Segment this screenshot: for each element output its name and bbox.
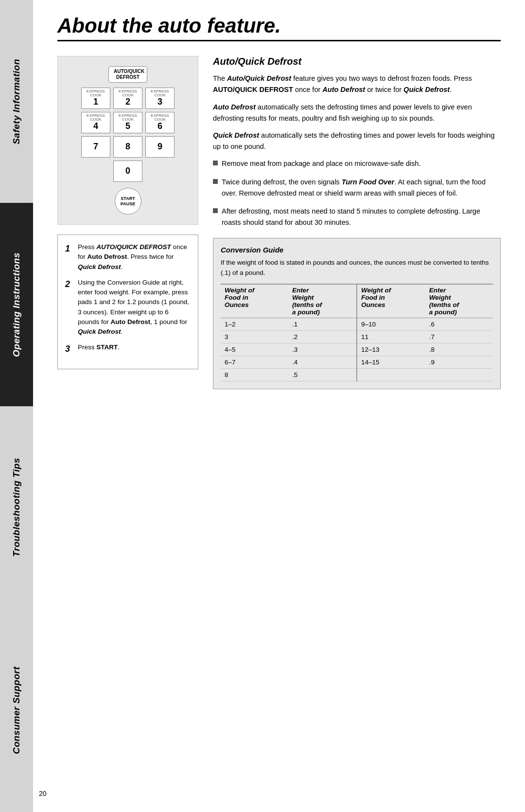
key-3: EXPRESS COOK 3 xyxy=(145,88,175,109)
conversion-guide: Conversion Guide If the weight of food i… xyxy=(213,238,501,389)
val1-row3: .3 xyxy=(288,343,357,356)
conversion-table: Weight ofFood inOunces EnterWeight(tenth… xyxy=(221,284,493,381)
bullet-1-text: Remove meat from package and place on mi… xyxy=(222,158,420,169)
col-header-enter1: EnterWeight(tenths ofa pound) xyxy=(288,284,357,318)
sidebar-consumer: Consumer Support xyxy=(0,609,33,812)
section-title: Auto/Quick Defrost xyxy=(213,56,501,67)
step-3-content: Press START. xyxy=(78,343,191,356)
oz2-row4: 14–15 xyxy=(357,356,425,368)
conversion-guide-intro: If the weight of food is stated in pound… xyxy=(221,258,493,278)
key-8: 8 xyxy=(113,136,142,158)
col-header-weight2: Weight ofFood inOunces xyxy=(357,284,425,318)
table-row: 1–2 .1 9–10 .6 xyxy=(221,318,493,330)
key-7: 7 xyxy=(81,136,110,158)
oz2-row3: 12–13 xyxy=(357,343,425,356)
table-row: 4–5 .3 12–13 .8 xyxy=(221,343,493,356)
val1-row2: .2 xyxy=(288,330,357,343)
key-5: EXPRESS COOK 5 xyxy=(113,112,142,133)
conversion-guide-title: Conversion Guide xyxy=(221,246,493,254)
oz1-row5: 8 xyxy=(221,368,288,381)
val2-row2: .7 xyxy=(425,330,493,343)
paragraph-3: Quick Defrost automatically sets the def… xyxy=(213,130,501,152)
main-content: About the auto feature. AUTO/QUICKDEFROS… xyxy=(33,0,525,414)
step-2-content: Using the Conversion Guide at right, ent… xyxy=(78,278,191,337)
key-1: EXPRESS COOK 1 xyxy=(81,88,110,109)
sidebar-operating: Operating Instructions xyxy=(0,203,33,406)
step-1-number: 1 xyxy=(65,242,74,272)
key-6: EXPRESS COOK 6 xyxy=(145,112,175,133)
left-column: AUTO/QUICKDEFROST EXPRESS COOK 1 EXPRESS… xyxy=(57,56,198,389)
page-title: About the auto feature. xyxy=(57,15,501,37)
page-number: 20 xyxy=(39,790,47,797)
key-4: EXPRESS COOK 4 xyxy=(81,112,110,133)
step-3: 3 Press START. xyxy=(65,343,191,356)
keypad-row-3: 7 8 9 xyxy=(81,136,175,158)
table-row: 8 .5 xyxy=(221,368,493,381)
sidebar-troubleshooting-label: Troubleshooting Tips xyxy=(11,458,22,557)
val2-row4: .9 xyxy=(425,356,493,368)
step-1: 1 Press AUTO/QUICK DEFROST once for Auto… xyxy=(65,242,191,272)
right-column: Auto/Quick Defrost The Auto/Quick Defros… xyxy=(213,56,501,389)
val1-row4: .4 xyxy=(288,356,357,368)
step-2-number: 2 xyxy=(65,278,74,337)
keypad-illustration: AUTO/QUICKDEFROST EXPRESS COOK 1 EXPRESS… xyxy=(57,56,198,225)
oz1-row3: 4–5 xyxy=(221,343,288,356)
bullet-3-text: After defrosting, most meats need to sta… xyxy=(222,206,501,228)
val2-row3: .8 xyxy=(425,343,493,356)
sidebar-troubleshooting: Troubleshooting Tips xyxy=(0,406,33,609)
bullet-2-text: Twice during defrost, the oven signals T… xyxy=(222,177,501,199)
table-row: 6–7 .4 14–15 .9 xyxy=(221,356,493,368)
val1-row1: .1 xyxy=(288,318,357,330)
title-underline xyxy=(57,40,501,41)
paragraph-2: Auto Defrost automatically sets the defr… xyxy=(213,102,501,124)
oz1-row1: 1–2 xyxy=(221,318,288,330)
oz2-row2: 11 xyxy=(357,330,425,343)
bullet-square-3 xyxy=(213,208,218,213)
two-column-layout: AUTO/QUICKDEFROST EXPRESS COOK 1 EXPRESS… xyxy=(57,56,501,389)
sidebar-safety-label: Safety Information xyxy=(11,59,22,144)
val2-row5 xyxy=(425,368,493,381)
step-3-number: 3 xyxy=(65,343,74,356)
sidebar: Safety Information Operating Instruction… xyxy=(0,0,33,812)
bullet-square-1 xyxy=(213,161,218,165)
step-1-content: Press AUTO/QUICK DEFROST once for Auto D… xyxy=(78,242,191,272)
oz2-row5 xyxy=(357,368,425,381)
key-9: 9 xyxy=(145,136,175,158)
col-header-weight1: Weight ofFood inOunces xyxy=(221,284,288,318)
oz1-row2: 3 xyxy=(221,330,288,343)
instruction-box: 1 Press AUTO/QUICK DEFROST once for Auto… xyxy=(57,235,198,369)
keypad-row-1: EXPRESS COOK 1 EXPRESS COOK 2 EXPRESS CO… xyxy=(81,88,175,109)
auto-quick-defrost-button: AUTO/QUICKDEFROST xyxy=(108,66,147,83)
val1-row5: .5 xyxy=(288,368,357,381)
oz1-row4: 6–7 xyxy=(221,356,288,368)
key-0: 0 xyxy=(113,161,142,182)
bullet-3: After defrosting, most meats need to sta… xyxy=(213,206,501,228)
bullet-2: Twice during defrost, the oven signals T… xyxy=(213,177,501,199)
bullet-square-2 xyxy=(213,179,218,184)
val2-row1: .6 xyxy=(425,318,493,330)
col-header-enter2: EnterWeight(tenths ofa pound) xyxy=(425,284,493,318)
bullet-1: Remove meat from package and place on mi… xyxy=(213,158,501,169)
start-pause-button: STARTPAUSE xyxy=(115,188,141,215)
key-2: EXPRESS COOK 2 xyxy=(113,88,142,109)
sidebar-safety: Safety Information xyxy=(0,0,33,203)
keypad-row-2: EXPRESS COOK 4 EXPRESS COOK 5 EXPRESS CO… xyxy=(81,112,175,133)
table-row: 3 .2 11 .7 xyxy=(221,330,493,343)
sidebar-consumer-label: Consumer Support xyxy=(11,667,22,754)
paragraph-1: The Auto/Quick Defrost feature gives you… xyxy=(213,73,501,95)
oz2-row1: 9–10 xyxy=(357,318,425,330)
keypad-row-4: 0 xyxy=(113,161,142,182)
sidebar-operating-label: Operating Instructions xyxy=(11,253,22,357)
step-2: 2 Using the Conversion Guide at right, e… xyxy=(65,278,191,337)
